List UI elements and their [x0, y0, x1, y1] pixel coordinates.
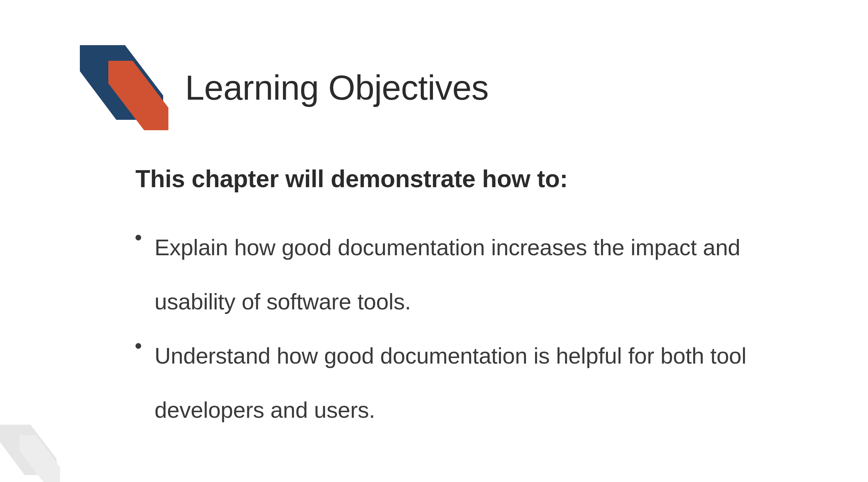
slide-subtitle: This chapter will demonstrate how to: — [135, 165, 760, 193]
bullet-item: Explain how good documentation increases… — [155, 221, 760, 329]
bullet-list: Explain how good documentation increases… — [135, 221, 760, 437]
slide: Learning Objectives This chapter will de… — [0, 0, 868, 482]
logo-parallelogram-icon — [80, 45, 168, 130]
slide-title: Learning Objectives — [185, 68, 489, 108]
bullet-item: Understand how good documentation is hel… — [155, 329, 760, 437]
corner-parallelogram-icon — [0, 425, 61, 482]
header-row: Learning Objectives — [80, 45, 788, 130]
content-area: This chapter will demonstrate how to: Ex… — [80, 165, 788, 437]
